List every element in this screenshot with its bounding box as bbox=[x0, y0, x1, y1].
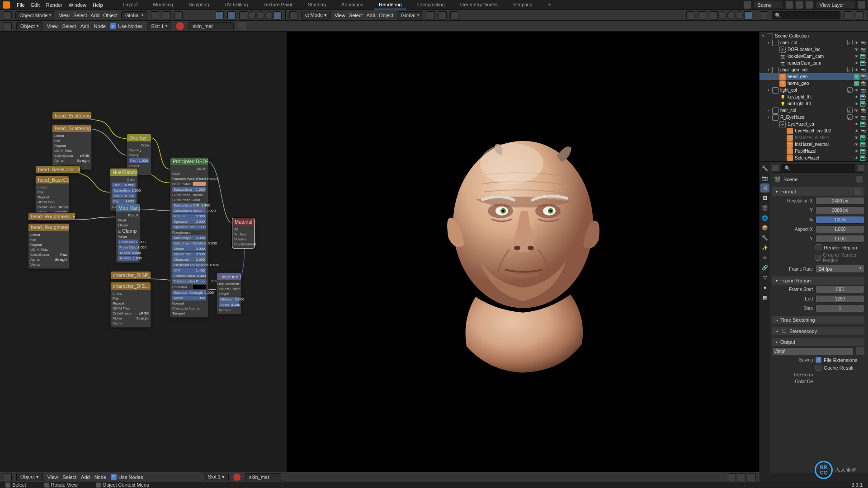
ntb-add[interactable]: Add bbox=[80, 23, 90, 29]
node-image-texture-scatter[interactable]: head_Scattering_Ra... Linear Flat Repeat… bbox=[52, 124, 92, 170]
menu-render[interactable]: Render bbox=[46, 2, 62, 8]
frame-end-field[interactable]: 1250 bbox=[816, 295, 864, 303]
node-displacement[interactable]: Displacement Displacement Object Space H… bbox=[217, 272, 241, 314]
frame-step-field[interactable]: 1 bbox=[816, 305, 864, 312]
prop-tab-viewlayer[interactable]: 🖼 bbox=[760, 193, 769, 202]
section-frame-range[interactable]: ▾Frame Range bbox=[772, 277, 864, 285]
prop-tab-modifier[interactable]: 🔧 bbox=[760, 233, 769, 242]
frame-start-field[interactable]: 1001 bbox=[816, 286, 864, 293]
workspace-tab-scripting[interactable]: Scripting bbox=[509, 0, 537, 9]
viewport-shading-icon[interactable] bbox=[748, 473, 756, 481]
use-nodes-checkbox[interactable]: ✓Use Nodes bbox=[110, 23, 142, 29]
render-shade-icon-r[interactable] bbox=[744, 11, 752, 19]
hdr-view-r[interactable]: View bbox=[335, 13, 345, 18]
render-region-checkbox[interactable]: Render Region bbox=[816, 244, 857, 250]
ntb-node-b[interactable]: Node bbox=[94, 474, 106, 480]
snap-icon[interactable] bbox=[163, 11, 171, 19]
props-editor-icon[interactable] bbox=[772, 165, 778, 171]
outliner-item[interactable]: ▽EyeHazel_crv.002👁📷 bbox=[760, 127, 868, 134]
wire-shade-icon-r[interactable] bbox=[718, 11, 726, 19]
prop-tab-output[interactable]: 🖨 bbox=[760, 183, 769, 192]
section-time-stretching[interactable]: ▸Time Stretching bbox=[772, 316, 864, 324]
outliner-item[interactable]: ▽IrisHazel_neutral👁📷 bbox=[760, 141, 868, 148]
solid-shade-icon-r[interactable] bbox=[727, 11, 735, 19]
outliner-item[interactable]: ⊹EyeHazel_ctrl👁📷 bbox=[760, 121, 868, 127]
frame-rate-dropdown[interactable]: 24 fps ▾ bbox=[816, 265, 864, 273]
outliner-filter-icon[interactable] bbox=[844, 11, 852, 19]
material-icon-b[interactable] bbox=[233, 474, 241, 481]
node-image-texture-scatter-header[interactable]: head_Scattering_Raw_v1.4.png.001 bbox=[52, 112, 92, 120]
node-map-range[interactable]: Map Range Result Float Linear ☑ Clamp Va… bbox=[116, 204, 141, 263]
wire-shade-icon[interactable] bbox=[248, 11, 256, 19]
workspace-tab-shading[interactable]: Shading bbox=[303, 0, 330, 9]
file-extensions-checkbox[interactable]: File Extensions bbox=[816, 357, 858, 363]
outliner-search[interactable] bbox=[772, 11, 840, 19]
solid-shade-icon[interactable] bbox=[256, 11, 264, 19]
pin-icon[interactable] bbox=[238, 22, 246, 30]
outliner-item[interactable]: ▾light_col👁📷 bbox=[760, 87, 868, 94]
node-principled-bsdf[interactable]: Principled BSDF BSDF GGX Random Walk (Fi… bbox=[170, 157, 208, 318]
outliner[interactable]: ▾ Scene Collection ▾cam_col👁📷⊹DOFLocator… bbox=[760, 32, 868, 162]
cache-result-checkbox[interactable]: Cache Result bbox=[816, 365, 854, 371]
outliner-root[interactable]: ▾ Scene Collection bbox=[760, 33, 868, 39]
node-image-texture-basecolor-header[interactable]: head_BaseColor_sRGB_v1.4.png.001 bbox=[35, 165, 80, 174]
editor-type-icon-r[interactable] bbox=[289, 11, 297, 19]
prop-tab-material[interactable]: ● bbox=[760, 283, 769, 292]
scene-field[interactable]: Scene bbox=[754, 1, 783, 9]
outliner-item[interactable]: ▽IrisHazel_dilation👁📷 bbox=[760, 134, 868, 141]
prop-tab-world[interactable]: 🌐 bbox=[760, 213, 769, 222]
gizmo-icon-r[interactable] bbox=[686, 11, 694, 19]
overlay-icon-r[interactable] bbox=[698, 11, 706, 19]
propedit-icon-r[interactable] bbox=[450, 11, 458, 19]
resolution-x-field[interactable]: 2400 px bbox=[816, 197, 864, 205]
workspace-tab-rendering[interactable]: Rendering bbox=[374, 0, 406, 9]
section-stereoscopy[interactable]: ▸☐Stereoscopy bbox=[772, 327, 864, 335]
workspace-tab-uv-editing[interactable]: UV Editing bbox=[220, 0, 252, 9]
material-name-field-b[interactable]: skin_mat bbox=[245, 473, 281, 481]
hdr-object-r[interactable]: Object bbox=[379, 13, 393, 18]
overlay-icon[interactable] bbox=[227, 11, 236, 19]
crop-region-checkbox[interactable]: Crop to Render Region bbox=[816, 252, 864, 263]
aspect-y-field[interactable]: 1.000 bbox=[816, 235, 864, 243]
workspace-tab-layout[interactable]: Layout bbox=[118, 0, 142, 9]
hdr-add-r[interactable]: Add bbox=[366, 13, 375, 18]
hdr-add[interactable]: Add bbox=[91, 13, 100, 18]
node-image-texture-rough-header[interactable]: head_Roughness_Raw_v1.4.png.001 bbox=[28, 212, 75, 221]
ntb-add-b[interactable]: Add bbox=[81, 474, 90, 480]
scene-delete-icon[interactable] bbox=[796, 1, 803, 9]
prop-tab-render[interactable]: 📷 bbox=[760, 174, 769, 183]
propedit-icon[interactable] bbox=[175, 11, 183, 19]
use-nodes-checkbox-b[interactable]: ✓Use Nodes bbox=[111, 474, 143, 480]
prop-tab-texture[interactable]: ▦ bbox=[760, 293, 769, 302]
outliner-item[interactable]: ▸hair_col4👁📷 bbox=[760, 107, 868, 114]
node-material-output[interactable]: Material Output All Surface Volume Displ… bbox=[232, 218, 255, 249]
shader-editor-icon[interactable] bbox=[4, 22, 12, 30]
outliner-item[interactable]: 📷renderCam_cam👁📷 bbox=[760, 60, 868, 66]
shader-editor-icon-b[interactable] bbox=[4, 473, 12, 481]
outliner-item[interactable]: ▽PupilHazel👁📷 bbox=[760, 148, 868, 155]
resolution-pct-field[interactable]: 100% bbox=[816, 216, 864, 224]
hdr-view[interactable]: View bbox=[59, 13, 70, 18]
gizmo-icon[interactable] bbox=[216, 11, 224, 19]
pivot-icon[interactable] bbox=[151, 11, 159, 19]
outliner-item[interactable]: 💡keyLight_lht👁📷 bbox=[760, 94, 868, 100]
matprev-shade-icon[interactable] bbox=[265, 11, 273, 19]
section-format[interactable]: ▾Format bbox=[772, 187, 864, 196]
viewlayer-field[interactable]: View Layer bbox=[816, 1, 855, 9]
section-output[interactable]: ▾Output bbox=[772, 338, 864, 346]
shader-node-editor[interactable]: head_Scattering_Raw_v1.4.png.001 head_Sc… bbox=[0, 32, 287, 473]
material-icon[interactable] bbox=[176, 22, 184, 30]
workspace-tab-texture-paint[interactable]: Texture Paint bbox=[259, 0, 297, 9]
slot-dropdown[interactable]: Slot 1▾ bbox=[147, 22, 171, 30]
outliner-item[interactable]: 📷lookdevCam_cam👁📷 bbox=[760, 53, 868, 60]
pivot-icon-r[interactable] bbox=[427, 11, 435, 19]
panel-options-icon[interactable] bbox=[854, 188, 861, 195]
hdr-select-r[interactable]: Select bbox=[349, 13, 363, 18]
viewport-gizmo-icon[interactable] bbox=[738, 473, 746, 481]
menu-file[interactable]: File bbox=[17, 2, 25, 8]
prop-tab-scene[interactable]: 🎬 bbox=[760, 203, 769, 212]
snap-icon-r[interactable] bbox=[439, 11, 447, 19]
ntb-select[interactable]: Select bbox=[62, 23, 76, 29]
mode-dropdown-r[interactable]: ct Mode ▾ bbox=[301, 11, 331, 19]
prop-tab-object[interactable]: 📦 bbox=[760, 223, 769, 232]
